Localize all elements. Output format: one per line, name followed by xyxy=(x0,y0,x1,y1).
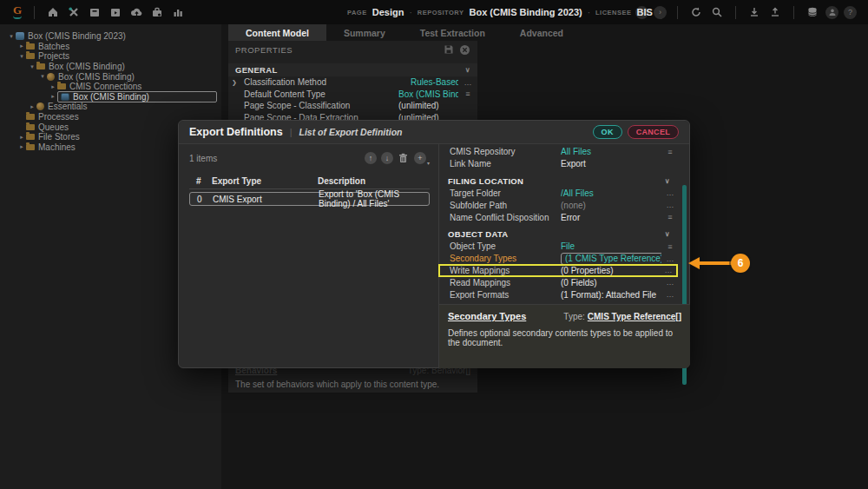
folder-icon xyxy=(26,134,35,140)
delete-icon[interactable] xyxy=(398,152,410,164)
upload-icon[interactable] xyxy=(765,3,786,21)
tab-content-model[interactable]: Content Model xyxy=(228,24,326,41)
property-row-read-mappings[interactable]: Read Mappings (0 Fields) … xyxy=(439,276,679,288)
tree-item-projects[interactable]: ▾ Projects xyxy=(0,51,221,62)
tree-item-project-folder[interactable]: ▾ Box (CMIS Binding) xyxy=(0,62,221,72)
chevron-down-icon[interactable]: ∨ xyxy=(465,66,470,74)
tree-item-label: Box (CMIS Binding) xyxy=(73,92,149,102)
expander-icon[interactable]: ▸ xyxy=(49,93,57,100)
export-definitions-dialog: Export Definitions | List of Export Defi… xyxy=(178,120,690,368)
property-row[interactable]: Page Scope - Classification (unlimited) xyxy=(228,100,477,112)
property-row[interactable]: ❯ Classification Method Rules-Based … xyxy=(228,76,477,89)
expander-icon[interactable]: ▾ xyxy=(28,63,36,70)
media-play-icon[interactable] xyxy=(105,3,126,21)
expander-icon[interactable]: ▾ xyxy=(7,33,16,40)
tree-item-label: Machines xyxy=(38,142,76,152)
repository-label: REPOSITORY xyxy=(418,9,464,17)
menu-button[interactable]: ≡ xyxy=(458,89,477,98)
expander-icon[interactable]: ▸ xyxy=(17,134,26,141)
property-row-export-formats[interactable]: Export Formats (1 Format): Attached File… xyxy=(439,288,679,301)
breadcrumb: PAGE Design · REPOSITORY Box (CMIS Bindi… xyxy=(347,0,653,24)
property-row-link-name[interactable]: Link Name Export xyxy=(439,158,679,170)
folder-icon xyxy=(26,114,35,120)
tab-summary[interactable]: Summary xyxy=(326,24,403,41)
callout-arrow-line xyxy=(700,261,733,265)
forward-icon[interactable]: › xyxy=(654,6,667,19)
property-row-write-mappings[interactable]: Write Mappings (0 Properties) … xyxy=(439,265,677,277)
property-row-cmis-repository[interactable]: CMIS Repository All Files ≡ xyxy=(439,146,679,158)
add-dropdown-icon[interactable]: ▾ xyxy=(427,160,430,166)
design-tools-icon[interactable] xyxy=(63,3,84,21)
refresh-icon[interactable] xyxy=(686,3,707,21)
tree-item-repository[interactable]: ▾ Box (CMIS Binding 2023) xyxy=(0,31,221,42)
download-icon[interactable] xyxy=(744,3,765,21)
section-filing-location[interactable]: FILING LOCATION ∨ xyxy=(439,175,679,188)
stats-chart-icon[interactable] xyxy=(168,3,188,21)
chevron-down-icon[interactable]: ∨ xyxy=(665,230,670,238)
expander-icon[interactable]: ▸ xyxy=(49,83,57,90)
expander-icon[interactable]: ▸ xyxy=(28,103,36,110)
ellipsis-button[interactable]: … xyxy=(661,278,679,287)
search-icon[interactable] xyxy=(707,3,727,21)
help-type-label: Type: xyxy=(563,312,584,321)
expander-icon[interactable]: ▾ xyxy=(38,73,47,80)
cloud-upload-icon[interactable] xyxy=(126,3,147,21)
tree-item-batches[interactable]: ▸ Batches xyxy=(0,42,221,52)
batches-archive-icon[interactable] xyxy=(84,3,105,21)
user-icon[interactable] xyxy=(825,6,838,19)
tab-advanced[interactable]: Advanced xyxy=(503,24,581,41)
chevron-down-icon[interactable]: ∨ xyxy=(665,177,670,185)
tree-item-cmis-connections[interactable]: ▸ CMIS Connections xyxy=(0,82,221,92)
save-icon[interactable] xyxy=(444,44,454,55)
page-value[interactable]: Design xyxy=(372,7,404,17)
section-general[interactable]: GENERAL ∨ xyxy=(228,63,477,76)
ellipsis-button[interactable]: … xyxy=(458,78,477,87)
property-row-secondary-types[interactable]: Secondary Types (1 CMIS Type Reference) … xyxy=(439,253,679,265)
content-model-icon xyxy=(36,102,44,110)
tree-item-label: Essentials xyxy=(48,102,88,111)
menu-button[interactable]: ≡ xyxy=(661,148,679,156)
section-object-data[interactable]: OBJECT DATA ∨ xyxy=(439,228,679,241)
property-row-target-folder[interactable]: Target Folder /All Files … xyxy=(439,188,679,200)
help-description: The set of behaviors which apply to this… xyxy=(228,375,477,389)
ellipsis-button[interactable]: … xyxy=(661,188,679,197)
property-row[interactable]: Default Content Type Box (CMIS Binding) … xyxy=(228,89,477,101)
tree-item-content-model[interactable]: ▾ Box (CMIS Binding) xyxy=(0,71,221,82)
move-down-icon[interactable]: ↓ xyxy=(381,152,393,164)
export-definition-row[interactable]: 0 CMIS Export Export to 'Box (CMIS Bindi… xyxy=(189,192,430,206)
cancel-button[interactable]: CANCEL xyxy=(628,125,679,139)
close-icon[interactable] xyxy=(459,44,470,56)
menu-button[interactable]: ≡ xyxy=(661,242,679,251)
home-icon[interactable] xyxy=(43,3,63,21)
tree-item-cmis-binding-selected[interactable]: ▸ Box (CMIS Binding) xyxy=(0,92,221,102)
job-case-icon[interactable] xyxy=(147,3,168,21)
database-icon[interactable] xyxy=(802,3,823,21)
expander-icon[interactable]: ▸ xyxy=(17,143,26,150)
expander-icon[interactable]: ▾ xyxy=(17,53,26,60)
page-label: PAGE xyxy=(347,9,367,17)
repository-value[interactable]: Box (CMIS Binding 2023) xyxy=(470,7,582,17)
tree-item-essentials[interactable]: ▸ Essentials xyxy=(0,102,221,112)
ellipsis-button[interactable]: … xyxy=(660,266,677,274)
property-row-name-conflict[interactable]: Name Conflict Disposition Error ≡ xyxy=(439,211,679,223)
add-icon[interactable]: + xyxy=(414,152,426,164)
ok-button[interactable]: OK xyxy=(593,125,622,139)
tab-test-extraction[interactable]: Test Extraction xyxy=(403,24,503,41)
expander-icon[interactable]: ▸ xyxy=(17,43,26,50)
folder-icon xyxy=(36,63,45,69)
property-row-subfolder-path[interactable]: Subfolder Path (none) … xyxy=(439,199,679,211)
tree-item-label: CMIS Connections xyxy=(69,82,141,91)
help-icon[interactable]: ? xyxy=(844,6,857,19)
expander-icon[interactable]: ❯ xyxy=(228,79,240,86)
ellipsis-button[interactable]: … xyxy=(661,201,679,209)
ellipsis-button[interactable]: … xyxy=(661,254,679,263)
property-row-object-type[interactable]: Object Type File ≡ xyxy=(439,241,679,253)
selected-tree-item[interactable]: Box (CMIS Binding) xyxy=(57,91,217,102)
ellipsis-button[interactable]: … xyxy=(661,290,679,299)
value-box[interactable]: (1 CMIS Type Reference) xyxy=(561,253,661,265)
move-up-icon[interactable]: ↑ xyxy=(365,152,377,164)
folder-icon xyxy=(26,124,35,130)
tree-item-label: Box (CMIS Binding) xyxy=(49,62,125,71)
help-type-link[interactable]: CMIS Type Reference[] xyxy=(588,312,681,321)
menu-button[interactable]: ≡ xyxy=(661,213,679,221)
